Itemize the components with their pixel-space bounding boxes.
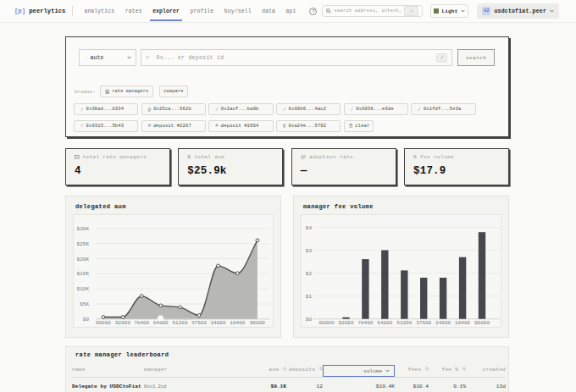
svg-text:64800: 64800 [153, 320, 169, 326]
svg-text:78400: 78400 [357, 320, 373, 326]
svg-text:60000: 60000 [96, 320, 111, 326]
svg-text:51200: 51200 [172, 320, 187, 326]
svg-text:37600: 37600 [191, 320, 207, 326]
svg-text:60000: 60000 [318, 320, 334, 326]
svg-text:$1: $1 [306, 294, 313, 300]
svg-text:$3: $3 [306, 248, 313, 254]
svg-text:24000: 24000 [435, 320, 451, 326]
svg-text:78400: 78400 [134, 320, 149, 326]
svg-text:$2: $2 [306, 271, 313, 277]
svg-text:$30K: $30K [77, 226, 90, 232]
svg-text:92000: 92000 [115, 320, 130, 326]
svg-text:64800: 64800 [377, 320, 392, 326]
svg-text:$0: $0 [306, 317, 313, 323]
svg-text:$20K: $20K [77, 257, 90, 262]
svg-text:96800: 96800 [474, 320, 490, 326]
svg-text:$4: $4 [306, 225, 313, 231]
svg-text:$0: $0 [83, 317, 90, 323]
svg-text:37600: 37600 [416, 320, 431, 326]
svg-text:92000: 92000 [338, 320, 353, 326]
svg-text:$5K: $5K [80, 301, 89, 307]
svg-text:51200: 51200 [396, 320, 412, 326]
svg-text:24000: 24000 [210, 320, 225, 326]
svg-text:10400: 10400 [455, 320, 470, 326]
svg-text:$10K: $10K [77, 286, 90, 292]
svg-text:10400: 10400 [230, 320, 245, 326]
svg-text:$15K: $15K [77, 271, 90, 277]
svg-text:96800: 96800 [250, 320, 265, 326]
svg-text:$25K: $25K [77, 241, 90, 247]
